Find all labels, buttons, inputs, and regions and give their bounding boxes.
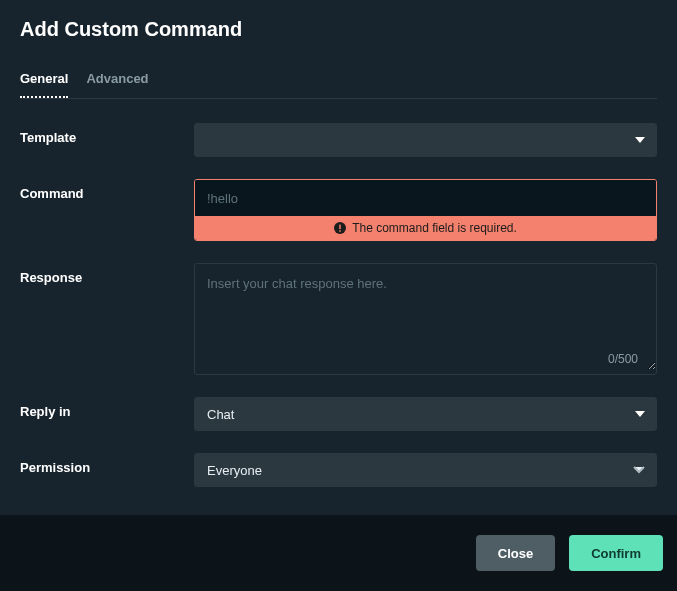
row-template: Template bbox=[20, 123, 657, 157]
tab-advanced[interactable]: Advanced bbox=[86, 71, 148, 98]
label-permission: Permission bbox=[20, 453, 194, 475]
field-response: 0/500 bbox=[194, 263, 657, 375]
dialog-title: Add Custom Command bbox=[20, 18, 657, 41]
add-custom-command-dialog: Add Custom Command General Advanced Temp… bbox=[0, 0, 677, 591]
response-textarea[interactable] bbox=[195, 264, 656, 370]
tabs: General Advanced bbox=[20, 71, 657, 99]
row-reply-in: Reply in Chat bbox=[20, 397, 657, 431]
command-input-wrap: The command field is required. bbox=[194, 179, 657, 241]
field-template bbox=[194, 123, 657, 157]
command-error-banner: The command field is required. bbox=[195, 216, 656, 240]
field-permission: Everyone bbox=[194, 453, 657, 487]
label-template: Template bbox=[20, 123, 194, 145]
svg-rect-2 bbox=[339, 230, 341, 232]
close-button[interactable]: Close bbox=[476, 535, 555, 571]
error-icon bbox=[334, 222, 346, 234]
label-reply-in: Reply in bbox=[20, 397, 194, 419]
template-select[interactable] bbox=[194, 123, 657, 157]
command-error-text: The command field is required. bbox=[352, 216, 517, 240]
label-command: Command bbox=[20, 179, 194, 201]
response-textarea-wrap: 0/500 bbox=[194, 263, 657, 375]
field-command: The command field is required. bbox=[194, 179, 657, 241]
row-response: Response 0/500 bbox=[20, 263, 657, 375]
field-reply-in: Chat bbox=[194, 397, 657, 431]
label-response: Response bbox=[20, 263, 194, 285]
command-input[interactable] bbox=[195, 180, 656, 216]
tab-general[interactable]: General bbox=[20, 71, 68, 98]
row-permission: Permission Everyone bbox=[20, 453, 657, 487]
row-command: Command The command field is required. bbox=[20, 179, 657, 241]
dialog-footer: Close Confirm bbox=[0, 515, 677, 591]
dialog-content: Add Custom Command General Advanced Temp… bbox=[0, 0, 677, 515]
confirm-button[interactable]: Confirm bbox=[569, 535, 663, 571]
reply-in-select[interactable]: Chat bbox=[194, 397, 657, 431]
svg-rect-1 bbox=[339, 225, 341, 230]
permission-select[interactable]: Everyone bbox=[194, 453, 657, 487]
